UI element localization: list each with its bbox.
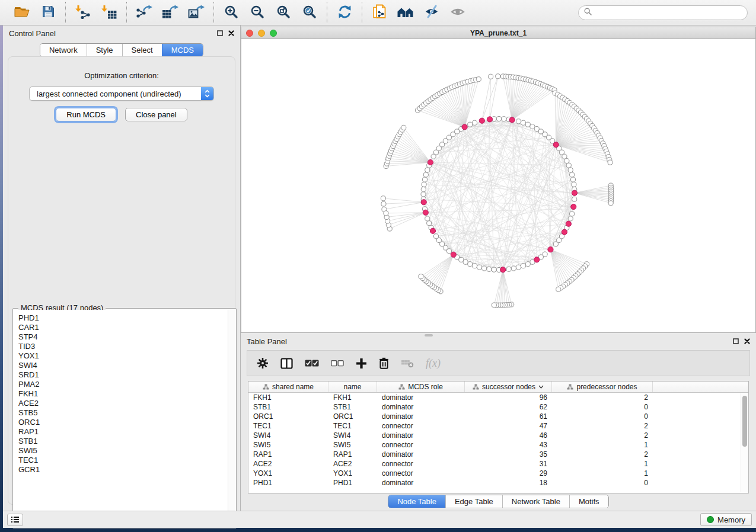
close-panel-icon[interactable] xyxy=(228,29,234,38)
mcds-result-item[interactable]: PMA2 xyxy=(18,380,227,389)
mcds-result-item[interactable]: RAP1 xyxy=(18,427,227,437)
delete-columns-button[interactable] xyxy=(379,357,389,369)
mcds-result-item[interactable]: TID3 xyxy=(18,342,227,351)
mcds-result-item[interactable]: PHD1 xyxy=(18,313,227,323)
eye-slash-icon xyxy=(424,5,439,20)
show-task-history-button[interactable] xyxy=(7,514,23,526)
close-panel-button[interactable]: Close panel xyxy=(125,108,187,121)
table-cell: 18 xyxy=(465,479,552,487)
mcds-result-item[interactable]: ACE2 xyxy=(18,399,227,408)
show-hidden-button[interactable] xyxy=(448,2,468,23)
mcds-result-item[interactable]: STB5 xyxy=(18,408,227,418)
panel-divider-handle[interactable] xyxy=(425,334,433,336)
dropdown-stepper-icon[interactable] xyxy=(201,87,213,100)
zoom-fit-button[interactable] xyxy=(273,2,294,23)
new-network-from-selection-button[interactable] xyxy=(369,2,390,23)
column-header-mcds-role[interactable]: MCDS role xyxy=(377,382,465,392)
mcds-result-item[interactable]: STP4 xyxy=(18,332,227,342)
sort-descending-icon xyxy=(538,385,544,389)
column-header-successor-nodes[interactable]: successor nodes xyxy=(465,382,552,392)
tab-network-table[interactable]: Network Table xyxy=(502,495,569,508)
network-canvas[interactable] xyxy=(241,40,755,332)
table-options-button[interactable] xyxy=(257,357,269,369)
deselect-all-columns-button[interactable] xyxy=(331,360,344,367)
mcds-result-item[interactable]: FKH1 xyxy=(18,389,227,399)
zoom-out-button[interactable] xyxy=(247,2,267,23)
export-table-button[interactable] xyxy=(160,2,180,23)
table-cell: 2 xyxy=(552,431,653,440)
zoom-out-icon xyxy=(250,5,264,21)
mcds-result-item[interactable]: STB1 xyxy=(18,437,227,446)
tab-network[interactable]: Network xyxy=(40,44,87,56)
tab-motifs[interactable]: Motifs xyxy=(569,495,608,508)
import-table-button[interactable] xyxy=(99,2,119,23)
table-row[interactable]: SWI4SWI4dominator462 xyxy=(248,431,748,440)
mcds-result-item[interactable]: SRD1 xyxy=(18,370,227,380)
window-minimize-icon[interactable] xyxy=(258,30,265,37)
app-window: Control Panel Network Style Select MCDS … xyxy=(3,25,756,528)
open-file-button[interactable] xyxy=(12,2,32,23)
close-panel-icon[interactable] xyxy=(744,337,750,346)
table-header-row: shared name name MCDS role successor nod… xyxy=(248,382,748,393)
table-row[interactable]: RAP1RAP1dominator352 xyxy=(248,450,748,459)
table-cell: TEC1 xyxy=(328,422,377,430)
network-graph[interactable] xyxy=(241,40,755,332)
tab-mcds[interactable]: MCDS xyxy=(162,44,203,56)
table-row[interactable]: YOX1YOX1connector291 xyxy=(248,469,748,478)
tab-node-table[interactable]: Node Table xyxy=(388,495,445,508)
mcds-result-item[interactable]: TEC1 xyxy=(18,456,227,465)
table-row[interactable]: FKH1FKH1dominator962 xyxy=(248,393,748,402)
export-image-button[interactable] xyxy=(186,2,206,23)
table-cell: 2 xyxy=(552,450,653,459)
search-field[interactable] xyxy=(578,5,748,20)
float-panel-icon[interactable] xyxy=(217,29,223,38)
mcds-list-scrollbar[interactable] xyxy=(228,310,235,527)
table-cell: dominator xyxy=(377,412,465,421)
select-all-columns-button[interactable] xyxy=(305,360,319,367)
table-row[interactable]: PHD1PHD1dominator180 xyxy=(248,478,748,488)
refresh-view-button[interactable] xyxy=(334,2,355,23)
column-header-name[interactable]: name xyxy=(328,382,377,392)
zoom-selected-icon xyxy=(302,5,317,21)
mcds-result-list[interactable]: PHD1CAR1STP4TID3YOX1SWI4SRD1PMA2FKH1ACE2… xyxy=(14,310,227,527)
zoom-selected-button[interactable] xyxy=(299,2,320,23)
criterion-dropdown[interactable]: largest connected component (undirected) xyxy=(29,86,214,101)
zoom-in-button[interactable] xyxy=(221,2,241,23)
search-input[interactable] xyxy=(595,8,742,17)
table-row[interactable]: STB1STB1dominator620 xyxy=(248,402,748,412)
mcds-result-item[interactable]: CAR1 xyxy=(18,323,227,332)
mcds-result-item[interactable]: ORC1 xyxy=(18,418,227,427)
table-scrollbar[interactable] xyxy=(741,393,748,492)
memory-button[interactable]: Memory xyxy=(700,513,752,526)
tab-edge-table[interactable]: Edge Table xyxy=(445,495,502,508)
table-row[interactable]: ORC1ORC1dominator610 xyxy=(248,412,748,421)
export-table-icon xyxy=(162,5,178,21)
table-row[interactable]: ACE2ACE2connector311 xyxy=(248,459,748,469)
column-header-predecessor-nodes[interactable]: predecessor nodes xyxy=(552,382,653,392)
mcds-result-item[interactable]: SWI4 xyxy=(18,361,227,370)
table-row[interactable]: SWI5SWI5connector431 xyxy=(248,440,748,450)
table-cell: 1 xyxy=(552,460,653,468)
network-window-titlebar[interactable]: YPA_prune.txt_1 xyxy=(241,27,755,39)
float-panel-icon[interactable] xyxy=(733,337,739,346)
window-close-icon[interactable] xyxy=(246,30,253,37)
desktop: Control Panel Network Style Select MCDS … xyxy=(0,0,756,532)
create-column-button[interactable] xyxy=(356,358,367,369)
save-session-button[interactable] xyxy=(38,2,58,23)
window-zoom-icon[interactable] xyxy=(270,30,277,37)
hide-selected-button[interactable] xyxy=(422,2,442,23)
run-mcds-button[interactable]: Run MCDS xyxy=(56,108,116,121)
export-network-button[interactable] xyxy=(134,2,154,23)
tab-style[interactable]: Style xyxy=(87,44,122,56)
import-network-button[interactable] xyxy=(73,2,93,23)
column-header-shared-name[interactable]: shared name xyxy=(248,382,328,392)
split-panel-button[interactable] xyxy=(280,358,293,369)
mcds-result-item[interactable]: SWI5 xyxy=(18,446,227,456)
mcds-result-item[interactable]: GCR1 xyxy=(18,465,227,475)
table-row[interactable]: TEC1TEC1connector472 xyxy=(248,421,748,431)
scrollbar-thumb[interactable] xyxy=(742,396,747,447)
tab-select[interactable]: Select xyxy=(122,44,162,56)
network-view-window: YPA_prune.txt_1 xyxy=(241,27,756,333)
mcds-result-item[interactable]: YOX1 xyxy=(18,351,227,361)
show-all-networks-button[interactable] xyxy=(395,2,416,23)
